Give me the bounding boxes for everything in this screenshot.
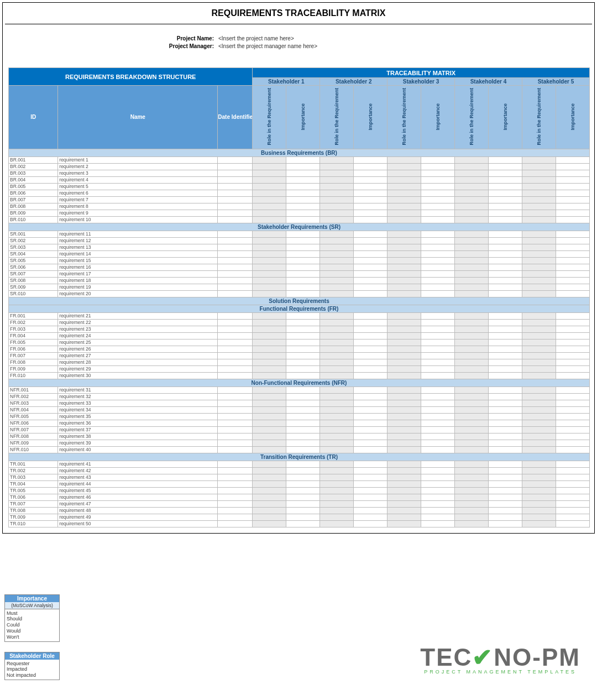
cell-id[interactable]: SR.005 bbox=[9, 257, 58, 264]
cell-importance[interactable] bbox=[421, 332, 455, 339]
cell-importance[interactable] bbox=[421, 196, 455, 203]
cell-importance[interactable] bbox=[556, 352, 589, 359]
cell-role[interactable] bbox=[455, 420, 489, 426]
cell-date[interactable] bbox=[218, 284, 253, 290]
cell-role[interactable] bbox=[522, 216, 556, 223]
cell-role[interactable] bbox=[253, 196, 286, 203]
cell-role[interactable] bbox=[320, 277, 354, 284]
cell-date[interactable] bbox=[218, 500, 253, 507]
cell-importance[interactable] bbox=[286, 480, 320, 487]
cell-date[interactable] bbox=[218, 426, 253, 433]
cell-role[interactable] bbox=[455, 393, 489, 400]
cell-importance[interactable] bbox=[354, 474, 387, 480]
cell-id[interactable]: SR.006 bbox=[9, 264, 58, 270]
cell-importance[interactable] bbox=[556, 480, 589, 487]
cell-importance[interactable] bbox=[488, 514, 522, 520]
cell-role[interactable] bbox=[387, 332, 421, 339]
cell-name[interactable]: requirement 6 bbox=[58, 190, 218, 196]
cell-role[interactable] bbox=[253, 507, 286, 514]
cell-importance[interactable] bbox=[354, 386, 387, 393]
cell-role[interactable] bbox=[253, 176, 286, 183]
cell-importance[interactable] bbox=[354, 420, 387, 426]
cell-importance[interactable] bbox=[286, 487, 320, 494]
cell-name[interactable]: requirement 45 bbox=[58, 487, 218, 494]
cell-name[interactable]: requirement 3 bbox=[58, 170, 218, 176]
cell-name[interactable]: requirement 22 bbox=[58, 319, 218, 326]
cell-role[interactable] bbox=[522, 346, 556, 352]
cell-importance[interactable] bbox=[488, 156, 522, 163]
cell-role[interactable] bbox=[455, 372, 489, 379]
cell-importance[interactable] bbox=[556, 339, 589, 346]
cell-date[interactable] bbox=[218, 352, 253, 359]
cell-importance[interactable] bbox=[488, 277, 522, 284]
cell-role[interactable] bbox=[320, 326, 354, 332]
cell-name[interactable]: requirement 48 bbox=[58, 507, 218, 514]
cell-name[interactable]: requirement 26 bbox=[58, 346, 218, 352]
cell-importance[interactable] bbox=[488, 461, 522, 467]
cell-importance[interactable] bbox=[488, 290, 522, 297]
cell-importance[interactable] bbox=[421, 420, 455, 426]
cell-role[interactable] bbox=[387, 231, 421, 237]
cell-role[interactable] bbox=[455, 163, 489, 170]
cell-role[interactable] bbox=[253, 346, 286, 352]
cell-role[interactable] bbox=[455, 170, 489, 176]
cell-role[interactable] bbox=[320, 237, 354, 244]
cell-date[interactable] bbox=[218, 372, 253, 379]
cell-id[interactable]: BR.010 bbox=[9, 216, 58, 223]
cell-role[interactable] bbox=[522, 507, 556, 514]
cell-importance[interactable] bbox=[556, 420, 589, 426]
cell-role[interactable] bbox=[320, 203, 354, 210]
cell-role[interactable] bbox=[320, 216, 354, 223]
cell-role[interactable] bbox=[387, 216, 421, 223]
cell-date[interactable] bbox=[218, 290, 253, 297]
cell-importance[interactable] bbox=[354, 312, 387, 319]
cell-importance[interactable] bbox=[421, 386, 455, 393]
cell-role[interactable] bbox=[522, 461, 556, 467]
cell-importance[interactable] bbox=[286, 500, 320, 507]
cell-date[interactable] bbox=[218, 433, 253, 440]
cell-role[interactable] bbox=[387, 440, 421, 446]
cell-importance[interactable] bbox=[488, 231, 522, 237]
cell-role[interactable] bbox=[253, 156, 286, 163]
cell-importance[interactable] bbox=[354, 210, 387, 216]
cell-importance[interactable] bbox=[556, 474, 589, 480]
cell-role[interactable] bbox=[253, 365, 286, 372]
cell-date[interactable] bbox=[218, 332, 253, 339]
cell-importance[interactable] bbox=[421, 312, 455, 319]
cell-importance[interactable] bbox=[421, 359, 455, 365]
cell-role[interactable] bbox=[320, 400, 354, 406]
cell-importance[interactable] bbox=[286, 474, 320, 480]
cell-importance[interactable] bbox=[488, 359, 522, 365]
cell-importance[interactable] bbox=[556, 386, 589, 393]
cell-importance[interactable] bbox=[354, 514, 387, 520]
cell-role[interactable] bbox=[522, 446, 556, 453]
cell-role[interactable] bbox=[522, 500, 556, 507]
cell-role[interactable] bbox=[455, 190, 489, 196]
cell-role[interactable] bbox=[522, 312, 556, 319]
cell-importance[interactable] bbox=[354, 156, 387, 163]
cell-id[interactable]: NFR.007 bbox=[9, 426, 58, 433]
cell-role[interactable] bbox=[522, 183, 556, 190]
cell-role[interactable] bbox=[387, 270, 421, 277]
cell-importance[interactable] bbox=[488, 190, 522, 196]
cell-date[interactable] bbox=[218, 339, 253, 346]
cell-importance[interactable] bbox=[488, 250, 522, 257]
cell-id[interactable]: FR.009 bbox=[9, 365, 58, 372]
cell-role[interactable] bbox=[522, 359, 556, 365]
cell-role[interactable] bbox=[522, 400, 556, 406]
cell-name[interactable]: requirement 21 bbox=[58, 312, 218, 319]
cell-role[interactable] bbox=[387, 352, 421, 359]
cell-date[interactable] bbox=[218, 461, 253, 467]
cell-importance[interactable] bbox=[286, 170, 320, 176]
cell-role[interactable] bbox=[522, 163, 556, 170]
cell-date[interactable] bbox=[218, 210, 253, 216]
cell-importance[interactable] bbox=[421, 467, 455, 474]
cell-role[interactable] bbox=[387, 500, 421, 507]
cell-role[interactable] bbox=[522, 372, 556, 379]
cell-id[interactable]: TR.004 bbox=[9, 480, 58, 487]
cell-role[interactable] bbox=[253, 183, 286, 190]
cell-role[interactable] bbox=[455, 210, 489, 216]
cell-id[interactable]: BR.008 bbox=[9, 203, 58, 210]
cell-importance[interactable] bbox=[488, 183, 522, 190]
cell-role[interactable] bbox=[320, 264, 354, 270]
